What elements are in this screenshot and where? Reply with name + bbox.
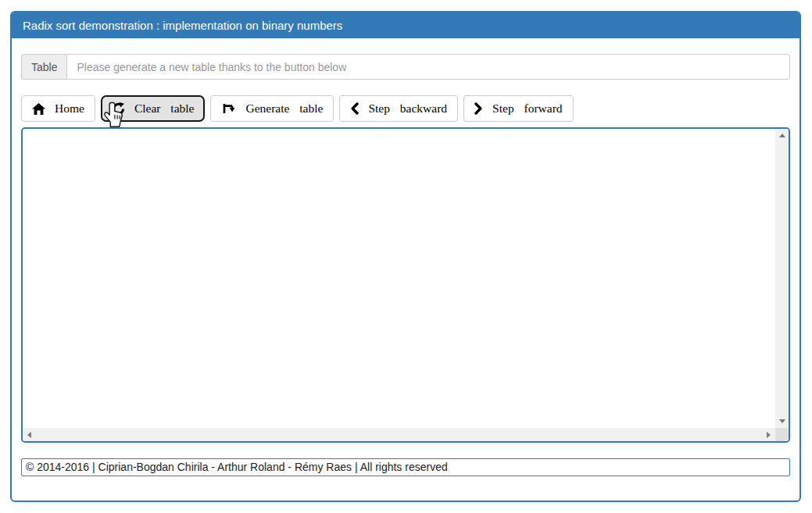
step-forward-button-label: Step forward xyxy=(492,102,563,116)
table-input[interactable] xyxy=(66,54,790,80)
home-button[interactable]: Home xyxy=(21,95,95,122)
horizontal-scrollbar[interactable] xyxy=(23,428,775,441)
clear-table-button-label: Clear table xyxy=(134,102,195,116)
step-backward-button-label: Step backward xyxy=(368,102,447,116)
visualization-area xyxy=(21,127,790,443)
scrollbar-corner xyxy=(775,428,789,441)
scroll-right-button[interactable] xyxy=(762,428,775,441)
page-title: Radix sort demonstration : implementatio… xyxy=(12,12,799,38)
scroll-down-button[interactable] xyxy=(775,415,789,428)
vertical-scrollbar[interactable] xyxy=(775,129,789,428)
toolbar: Home Clear table xyxy=(21,95,790,122)
table-input-group: Table xyxy=(21,54,790,80)
scroll-down-icon xyxy=(779,419,785,423)
generate-table-button[interactable]: Generate table xyxy=(210,95,334,122)
step-backward-button[interactable]: Step backward xyxy=(339,95,458,122)
scroll-left-button[interactable] xyxy=(23,428,36,441)
scroll-up-button[interactable] xyxy=(775,129,789,142)
generate-table-button-label: Generate table xyxy=(245,102,323,116)
step-forward-button[interactable]: Step forward xyxy=(463,95,574,122)
copyright-footer: © 2014-2016 | Ciprian-Bogdan Chirila - A… xyxy=(21,458,790,476)
retweet-icon xyxy=(221,103,236,115)
home-button-label: Home xyxy=(55,102,84,116)
main-panel: Radix sort demonstration : implementatio… xyxy=(10,11,801,502)
scroll-up-icon xyxy=(779,134,785,137)
table-input-label: Table xyxy=(21,54,66,80)
panel-body: Table Home Clear table xyxy=(12,38,799,476)
scroll-right-icon xyxy=(767,432,771,438)
refresh-icon xyxy=(112,102,125,116)
chevron-right-icon xyxy=(474,102,483,115)
clear-table-button[interactable]: Clear table xyxy=(101,95,206,122)
scroll-left-icon xyxy=(27,432,31,438)
home-icon xyxy=(32,103,45,115)
chevron-left-icon xyxy=(350,102,359,115)
